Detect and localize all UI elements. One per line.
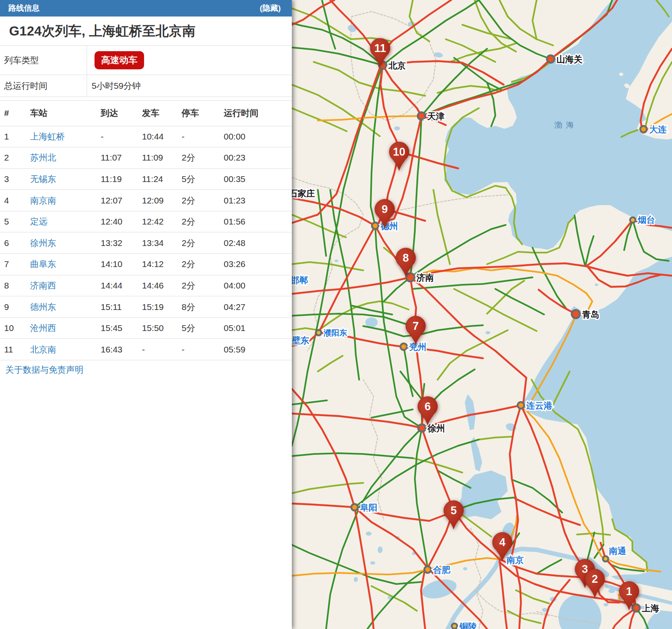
svg-text:10: 10 (393, 146, 405, 158)
svg-text:8: 8 (402, 252, 409, 264)
svg-text:上海: 上海 (641, 603, 659, 613)
svg-text:4: 4 (499, 536, 505, 549)
svg-text:濮阳东: 濮阳东 (323, 329, 347, 337)
svg-text:7: 7 (412, 320, 419, 332)
svg-text:铜陵: 铜陵 (459, 622, 477, 629)
svg-text:阜阳: 阜阳 (360, 503, 377, 512)
svg-text:南通: 南通 (608, 546, 626, 556)
svg-text:天津: 天津 (427, 111, 445, 121)
svg-text:济南: 济南 (416, 273, 434, 282)
svg-text:渤海: 渤海 (554, 121, 577, 129)
svg-text:大连: 大连 (649, 125, 667, 134)
svg-text:徐州: 徐州 (427, 423, 445, 433)
svg-text:5: 5 (450, 504, 457, 517)
svg-text:南京: 南京 (506, 555, 524, 565)
svg-text:1: 1 (626, 585, 632, 598)
svg-text:合肥: 合肥 (433, 565, 451, 575)
svg-text:山海关: 山海关 (556, 54, 582, 64)
svg-text:连云港: 连云港 (526, 401, 553, 410)
svg-text:邯郸: 邯郸 (292, 275, 308, 285)
svg-text:11: 11 (374, 42, 386, 54)
svg-text:鹤壁东: 鹤壁东 (292, 336, 309, 345)
svg-text:石家庄: 石家庄 (292, 189, 315, 198)
svg-text:9: 9 (381, 203, 388, 215)
svg-text:北京: 北京 (388, 61, 406, 70)
svg-text:青岛: 青岛 (582, 310, 599, 319)
svg-text:2: 2 (592, 573, 598, 585)
svg-text:6: 6 (424, 400, 431, 413)
svg-text:兖州: 兖州 (409, 342, 426, 352)
svg-text:烟台: 烟台 (637, 215, 655, 225)
